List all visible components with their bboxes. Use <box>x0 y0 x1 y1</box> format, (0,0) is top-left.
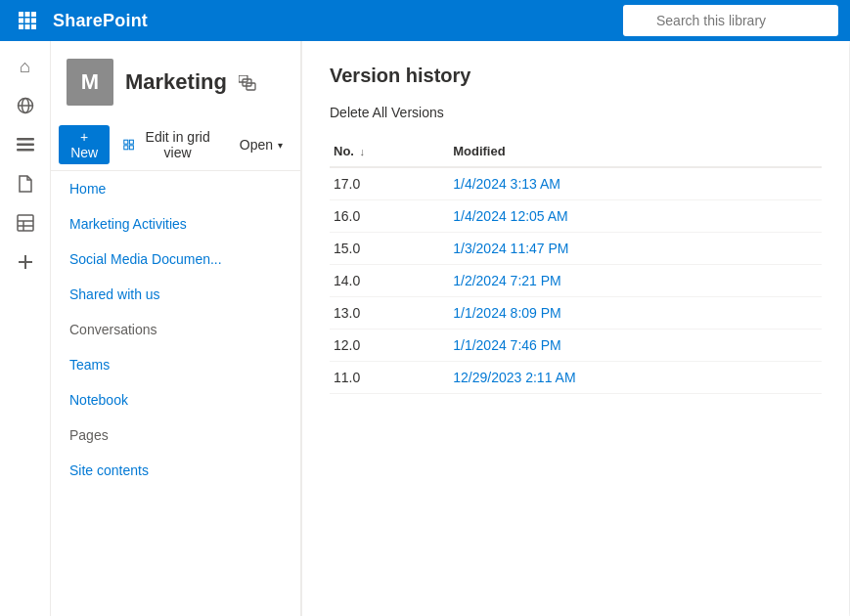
svg-rect-5 <box>31 19 36 23</box>
sidebar-item-home[interactable]: Home <box>51 171 300 206</box>
open-dropdown-icon: ▾ <box>278 140 283 151</box>
share-icon <box>233 73 258 90</box>
site-avatar: M <box>67 59 113 106</box>
sidebar-item-site-contents[interactable]: Site contents <box>51 453 300 488</box>
version-modified[interactable]: 1/4/2024 3:13 AM <box>449 167 822 200</box>
open-label: Open <box>240 137 273 153</box>
version-modified[interactable]: 1/4/2024 12:05 AM <box>449 200 822 233</box>
list-icon[interactable] <box>8 127 43 162</box>
svg-rect-15 <box>18 215 33 231</box>
brand-label: SharePoint <box>53 11 613 31</box>
search-input[interactable] <box>623 5 838 36</box>
svg-rect-4 <box>25 19 30 23</box>
version-no: 17.0 <box>330 167 449 200</box>
version-modified[interactable]: 1/1/2024 7:46 PM <box>449 330 822 362</box>
sidebar-nav: Home Marketing Activities Social Media D… <box>51 171 300 488</box>
svg-rect-3 <box>19 19 23 23</box>
version-no: 12.0 <box>330 330 449 362</box>
version-no: 11.0 <box>330 362 449 394</box>
svg-rect-1 <box>25 12 30 17</box>
svg-rect-22 <box>124 140 128 144</box>
svg-rect-24 <box>124 146 128 150</box>
content-area: Version history Delete All Versions No. … <box>301 41 850 616</box>
site-title: Marketing <box>125 69 227 95</box>
svg-rect-0 <box>19 12 23 17</box>
svg-rect-7 <box>25 24 30 29</box>
svg-rect-8 <box>31 24 36 29</box>
svg-rect-13 <box>17 144 34 147</box>
col-modified-header: Modified <box>449 138 822 167</box>
version-history-title: Version history <box>330 65 822 87</box>
sidebar-item-marketing-activities[interactable]: Marketing Activities <box>51 206 300 242</box>
svg-rect-23 <box>130 140 134 144</box>
add-icon[interactable] <box>8 244 43 280</box>
sidebar-item-pages[interactable]: Pages <box>51 418 300 453</box>
version-table: No. ↓ Modified 17.0 1/4/2024 3:13 AM 16.… <box>330 138 822 394</box>
delete-all-versions-button[interactable]: Delete All Versions <box>330 105 444 120</box>
document-icon[interactable] <box>8 166 43 201</box>
version-history-panel: Version history Delete All Versions No. … <box>301 41 849 616</box>
svg-rect-12 <box>17 138 34 141</box>
new-button[interactable]: + New <box>59 125 110 164</box>
version-no: 16.0 <box>330 200 449 233</box>
table-row: 13.0 1/1/2024 8:09 PM <box>330 297 822 330</box>
version-no: 13.0 <box>330 297 449 330</box>
sidebar-item-social-media[interactable]: Social Media Documen... <box>51 242 300 277</box>
version-no: 14.0 <box>330 265 449 297</box>
svg-rect-6 <box>19 24 23 29</box>
version-modified[interactable]: 1/3/2024 11:47 PM <box>449 233 822 265</box>
sidebar-item-notebook[interactable]: Notebook <box>51 382 300 418</box>
table-row: 12.0 1/1/2024 7:46 PM <box>330 330 822 362</box>
open-button[interactable]: Open ▾ <box>230 133 292 156</box>
sort-arrow-icon: ↓ <box>360 146 366 157</box>
table-icon[interactable] <box>8 205 43 241</box>
table-row: 11.0 12/29/2023 2:11 AM <box>330 362 822 394</box>
sidebar: M Marketing + New Edit <box>51 41 301 616</box>
left-rail: ⌂ <box>0 41 51 616</box>
sidebar-item-teams[interactable]: Teams <box>51 347 300 382</box>
grid-view-button[interactable]: Edit in grid view <box>113 125 225 164</box>
version-no: 15.0 <box>330 233 449 265</box>
topbar: SharePoint 🔍 <box>0 0 850 41</box>
col-no-header[interactable]: No. ↓ <box>330 138 449 167</box>
svg-rect-14 <box>17 149 34 152</box>
table-row: 17.0 1/4/2024 3:13 AM <box>330 167 822 200</box>
version-modified[interactable]: 12/29/2023 2:11 AM <box>449 362 822 394</box>
version-modified[interactable]: 1/2/2024 7:21 PM <box>449 265 822 297</box>
svg-rect-2 <box>31 12 36 17</box>
home-icon[interactable]: ⌂ <box>8 49 43 84</box>
globe-icon[interactable] <box>8 88 43 123</box>
main-layout: ⌂ <box>0 41 850 616</box>
version-modified[interactable]: 1/1/2024 8:09 PM <box>449 297 822 330</box>
toolbar: + New Edit in grid view Open ▾ <box>51 119 300 171</box>
waffle-icon[interactable] <box>12 5 43 36</box>
sidebar-item-shared-with-us[interactable]: Shared with us <box>51 277 300 312</box>
grid-view-label: Edit in grid view <box>140 129 216 160</box>
table-row: 14.0 1/2/2024 7:21 PM <box>330 265 822 297</box>
table-row: 15.0 1/3/2024 11:47 PM <box>330 233 822 265</box>
site-header: M Marketing <box>51 41 300 119</box>
sidebar-item-conversations[interactable]: Conversations <box>51 312 300 347</box>
svg-rect-25 <box>130 146 134 150</box>
table-row: 16.0 1/4/2024 12:05 AM <box>330 200 822 233</box>
search-container: 🔍 <box>623 5 838 36</box>
